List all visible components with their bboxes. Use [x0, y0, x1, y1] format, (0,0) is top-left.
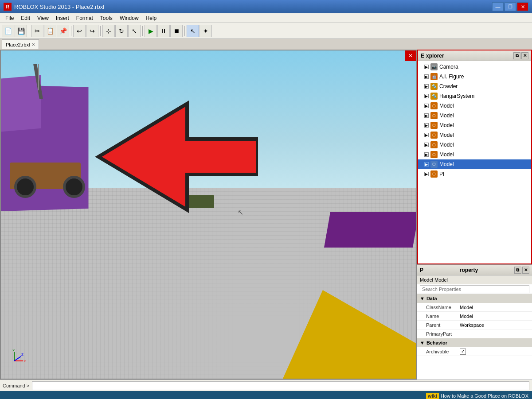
- toolbar-save-btn[interactable]: 💾: [15, 25, 27, 37]
- tree-item-model1[interactable]: ▶ ⬡ Model: [418, 101, 531, 111]
- prop-row-archivable[interactable]: Archivable ✓: [417, 347, 532, 356]
- toolbar-cut-btn[interactable]: ✂: [31, 25, 43, 37]
- props-section-data[interactable]: ▼ Data: [417, 294, 532, 303]
- toolbar-redo-btn[interactable]: ↪: [86, 25, 98, 37]
- toolbar-stop-btn[interactable]: ⏹: [170, 25, 183, 37]
- toolbar-scale-btn[interactable]: ⤡: [128, 25, 141, 37]
- tree-expand-model1[interactable]: ▶: [424, 104, 429, 108]
- close-window-button[interactable]: ✕: [517, 2, 528, 11]
- tree-expand-model3[interactable]: ▶: [424, 123, 429, 128]
- toolbar-paste-btn[interactable]: 📌: [57, 25, 69, 37]
- menu-edit[interactable]: Edit: [17, 14, 34, 22]
- explorer-float-btn[interactable]: ⧉: [513, 52, 520, 59]
- tree-label-camera: Camera: [439, 64, 458, 70]
- viewport-close-button[interactable]: ✕: [405, 50, 416, 61]
- roblox-logo-icon: R: [4, 3, 12, 11]
- toolbar-play-btn[interactable]: ▶: [145, 25, 157, 37]
- props-section-behavior[interactable]: ▼ Behavior: [417, 338, 532, 347]
- toolbar-undo-btn[interactable]: ↩: [73, 25, 86, 37]
- properties-float-btn[interactable]: ⧉: [514, 267, 521, 274]
- tree-expand-model2[interactable]: ▶: [424, 113, 429, 118]
- tree-expand-pl[interactable]: ▶: [424, 172, 429, 176]
- toolbar-lasso-btn[interactable]: ✦: [200, 25, 212, 37]
- prop-row-name[interactable]: Name Model: [417, 312, 532, 321]
- prop-value-archivable[interactable]: ✓: [457, 349, 532, 355]
- wiki-badge: wiki How to Make a Good Place on ROBLOX: [426, 393, 528, 399]
- tree-expand-model7[interactable]: ▶: [424, 162, 429, 167]
- minimize-button[interactable]: —: [492, 2, 504, 11]
- title-buttons: — ❐ ✕: [492, 2, 528, 11]
- tree-icon-model2: ⬡: [430, 112, 438, 119]
- tree-item-model4[interactable]: ▶ ⬡ Model: [418, 130, 531, 140]
- tree-expand-camera[interactable]: ▶: [424, 65, 429, 69]
- tree-expand-model4[interactable]: ▶: [424, 133, 429, 137]
- toolbar-sep-2: [71, 26, 71, 36]
- command-bar: Command >: [0, 380, 532, 391]
- tree-icon-model6: ⬡: [430, 151, 438, 158]
- status-bar: wiki How to Make a Good Place on ROBLOX: [0, 391, 532, 399]
- prop-name-parent: Parent: [417, 322, 457, 328]
- props-section-data-label: Data: [426, 296, 437, 301]
- toolbar-group-edit: ✂ 📋 📌: [31, 25, 69, 37]
- menu-file[interactable]: File: [2, 14, 17, 22]
- menu-insert[interactable]: Insert: [52, 14, 73, 22]
- explorer-header: E xplorer ⧉ ✕: [418, 50, 531, 61]
- archivable-checkbox[interactable]: ✓: [460, 349, 466, 355]
- prop-value-parent: Workspace: [457, 322, 532, 328]
- menu-help[interactable]: Help: [142, 14, 160, 22]
- prop-value-name[interactable]: Model: [457, 314, 532, 319]
- tree-item-model3[interactable]: ▶ ⬡ Model: [418, 120, 531, 130]
- toolbar-pause-btn[interactable]: ⏸: [157, 25, 170, 37]
- menu-tools[interactable]: Tools: [97, 14, 116, 22]
- main-area: ↖ X Y Z ✕ E xplorer ⧉: [0, 50, 532, 380]
- tree-item-model7[interactable]: ▶ ⬡ Model: [418, 159, 531, 169]
- tree-item-model5[interactable]: ▶ ⬡ Model: [418, 140, 531, 150]
- tree-item-model2[interactable]: ▶ ⬡ Model: [418, 111, 531, 120]
- toolbar-new-btn[interactable]: 📄: [2, 25, 14, 37]
- tree-icon-model4: ⬡: [430, 132, 438, 139]
- svg-text:Z: Z: [21, 353, 23, 356]
- viewport-tab[interactable]: Place2.rbxl ✕: [2, 39, 39, 49]
- command-label: Command >: [3, 383, 29, 388]
- command-input[interactable]: [32, 381, 529, 390]
- tree-expand-hangarsystem[interactable]: ▶: [424, 94, 429, 98]
- tree-expand-aifigure[interactable]: ▶: [424, 74, 429, 79]
- tree-expand-crawler[interactable]: ▶: [424, 84, 429, 89]
- menu-window[interactable]: Window: [116, 14, 142, 22]
- tree-item-model6[interactable]: ▶ ⬡ Model: [418, 150, 531, 159]
- tree-item-hangarsystem[interactable]: ▶ 🔩 HangarSystem: [418, 91, 531, 101]
- tree-label-hangarsystem: HangarSystem: [439, 93, 474, 99]
- tab-close-icon[interactable]: ✕: [31, 42, 35, 47]
- restore-button[interactable]: ❐: [505, 2, 516, 11]
- title-left: R ROBLOX Studio 2013 - Place2.rbxl: [4, 3, 104, 11]
- crane-cable: [38, 64, 39, 90]
- tree-item-crawler[interactable]: ▶ 🔩 Crawler: [418, 81, 531, 91]
- prop-row-primarypart: PrimaryPart: [417, 329, 532, 338]
- toolbar-rotate-btn[interactable]: ↻: [115, 25, 128, 37]
- tree-icon-model3: ⬡: [430, 122, 438, 129]
- properties-controls: ⧉ ✕: [514, 267, 529, 274]
- toolbar-move-btn[interactable]: ⊹: [102, 25, 115, 37]
- tree-expand-model5[interactable]: ▶: [424, 143, 429, 147]
- search-properties-input[interactable]: [420, 285, 529, 293]
- toolbar-select-btn[interactable]: ↖: [187, 25, 199, 37]
- tree-item-pl[interactable]: ▶ ⬡ Pl: [418, 169, 531, 179]
- tree-item-aifigure[interactable]: ▶ 🤖 A.I. Figure: [418, 72, 531, 81]
- toolbar-group-undo: ↩ ↪: [73, 25, 98, 37]
- properties-type-label: Model Model: [417, 275, 532, 284]
- toolbar-copy-btn[interactable]: 📋: [44, 25, 56, 37]
- toolbar-sep-5: [184, 26, 185, 36]
- tree-label-model6: Model: [439, 151, 454, 158]
- menu-view[interactable]: View: [34, 14, 52, 22]
- properties-close-btn[interactable]: ✕: [522, 267, 529, 274]
- toolbar-sep-3: [100, 26, 101, 36]
- prop-row-classname: ClassName Model: [417, 303, 532, 312]
- tree-item-camera[interactable]: ▶ 📷 Camera: [418, 62, 531, 72]
- menu-format[interactable]: Format: [73, 14, 97, 22]
- tree-expand-model6[interactable]: ▶: [424, 152, 429, 157]
- explorer-tree[interactable]: ▶ 📷 Camera ▶ 🤖 A.I. Figure ▶ 🔩 Crawler ▶: [418, 61, 531, 263]
- viewport[interactable]: ↖ X Y Z ✕: [0, 50, 417, 380]
- prop-name-classname: ClassName: [417, 305, 457, 310]
- explorer-close-btn[interactable]: ✕: [521, 52, 528, 59]
- search-properties-area[interactable]: [417, 284, 532, 294]
